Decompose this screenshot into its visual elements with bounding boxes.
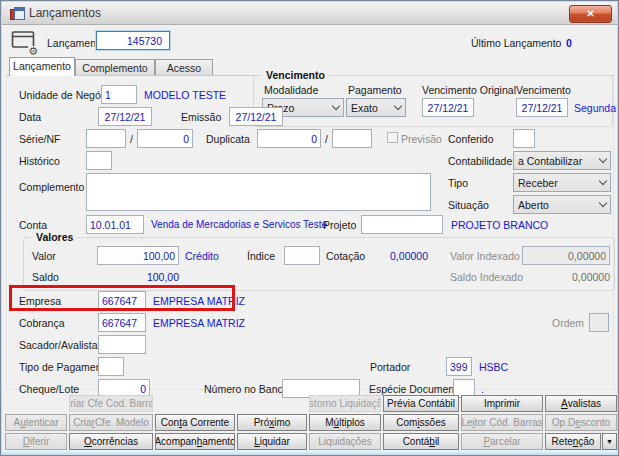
conferido-label: Conferido — [448, 133, 494, 145]
button-ocorrencias[interactable]: Ocorrências — [69, 433, 153, 450]
empty-button-cell — [237, 395, 307, 412]
tab-lancamento[interactable]: Lançamento — [9, 57, 75, 76]
portador-input[interactable] — [446, 357, 472, 376]
app-icon — [10, 7, 24, 19]
emissao-input[interactable] — [229, 107, 283, 126]
vencimento-group: Vencimento Modalidade Pagamento Vencimen… — [253, 75, 613, 127]
conferido-input[interactable] — [513, 129, 535, 148]
button-acompanhamento[interactable]: Acompanhamento — [155, 433, 235, 450]
especie-documento-suffix: . — [481, 383, 484, 395]
vencimento-label: Vencimento — [516, 84, 571, 96]
indice-input[interactable] — [284, 246, 320, 265]
duplicata-input[interactable] — [257, 129, 321, 148]
window-title: Lançamentos — [29, 6, 101, 20]
previsao-checkbox[interactable] — [387, 132, 398, 143]
conta-info: Venda de Mercadorias e Servicos Teste — [151, 219, 327, 230]
tab-complemento[interactable]: Complemento — [75, 59, 155, 76]
vencimento-input[interactable] — [516, 98, 568, 117]
button-avalistas[interactable]: Avalistas — [545, 395, 617, 412]
contabilidade-dropdown[interactable]: a Contabilizar — [513, 151, 611, 170]
serie-nf-separator: / — [130, 133, 133, 145]
button-liquidar[interactable]: Liquidar — [237, 433, 307, 450]
button-leitor-cod-barras: Leitor Cód. Barras — [461, 414, 543, 431]
retencao-dropdown-arrow-button[interactable]: ▼ — [602, 433, 617, 450]
duplicata-separator: / — [325, 133, 328, 145]
empresa-label: Empresa — [19, 295, 61, 307]
ultimo-lancamento-value: 0 — [566, 37, 572, 49]
chevron-down-icon — [595, 196, 610, 213]
close-button[interactable]: ✕ — [569, 5, 612, 23]
pagamento-dropdown[interactable]: Exato — [346, 98, 406, 117]
numero-banco-label: Número no Banco — [204, 383, 289, 395]
button-proximo[interactable]: Próximo — [237, 414, 307, 431]
pagamento-value: Exato — [351, 102, 378, 114]
vencimento-group-title: Vencimento — [262, 69, 329, 81]
cotacao-value: 0,00000 — [360, 250, 428, 262]
historico-label: Histórico — [19, 155, 60, 167]
complemento-textarea[interactable] — [86, 173, 431, 211]
button-comissoes[interactable]: Comissões — [383, 414, 459, 431]
cobranca-info: EMPRESA MATRIZ — [153, 317, 245, 329]
lancamento-number-input[interactable] — [96, 31, 170, 50]
tab-acesso[interactable]: Acesso — [155, 59, 213, 76]
button-contabil[interactable]: Contábil — [383, 433, 459, 450]
duplicata-parcela-input[interactable] — [332, 129, 372, 148]
valor-input[interactable] — [97, 246, 179, 265]
tipo-pagamento-input[interactable] — [98, 357, 124, 376]
pagamento-label: Pagamento — [348, 84, 402, 96]
button-imprimir[interactable]: Imprimir — [461, 395, 543, 412]
situacao-dropdown[interactable]: Aberto — [513, 195, 611, 214]
valores-group: Valores Valor Crédito Índice Cotação 0,0… — [23, 237, 615, 291]
contabilidade-label: Contabilidade — [448, 155, 512, 167]
data-input[interactable] — [98, 107, 152, 126]
valores-group-title: Valores — [32, 231, 77, 243]
button-estorno-liquidacao: Estorno Liquidação — [309, 395, 381, 412]
historico-input[interactable] — [86, 151, 112, 170]
button-multiplos[interactable]: Múltiplos — [309, 414, 381, 431]
cheque-lote-label: Cheque/Lote — [19, 383, 79, 395]
valor-credito-info: Crédito — [185, 250, 219, 262]
button-parcelar: Parcelar — [461, 433, 543, 450]
conta-input[interactable] — [86, 215, 144, 234]
chevron-down-icon — [595, 174, 610, 191]
button-retencao[interactable]: Retenção — [545, 433, 601, 450]
chevron-down-icon — [390, 99, 405, 116]
indice-label: Índice — [247, 250, 275, 262]
button-previa-contabil[interactable]: Prévia Contábil — [383, 395, 459, 412]
tipo-value: Receber — [518, 177, 558, 189]
saldo-indexado-label: Saldo Indexado — [450, 271, 523, 283]
window-bottom-glow — [2, 450, 617, 454]
especie-documento-label: Espécie Documento — [369, 383, 463, 395]
vencimento-original-label: Vencimento Original — [422, 84, 516, 96]
serie-nf-serie-input[interactable] — [86, 129, 126, 148]
tipo-dropdown[interactable]: Receber — [513, 173, 611, 192]
contabilidade-value: a Contabilizar — [518, 155, 582, 167]
button-criar-cfe-cod-barras: Criar Cfe Cod. Barras — [69, 395, 153, 412]
close-icon: ✕ — [586, 8, 594, 19]
saldo-value: 100,00 — [97, 271, 179, 283]
unidade-negocio-label: Unidade de Negócio — [19, 89, 114, 101]
empresa-input[interactable] — [98, 291, 146, 310]
button-autenticar: Autenticar — [5, 414, 67, 431]
previsao-label: Previsão — [401, 133, 442, 145]
cobranca-input[interactable] — [98, 313, 146, 332]
sacador-avalista-input[interactable] — [98, 335, 146, 354]
button-liquidacoes: Liquidações — [309, 433, 381, 450]
unidade-negocio-info: MODELO TESTE — [144, 89, 226, 101]
button-conta-corrente[interactable]: Conta Corrente — [155, 414, 235, 431]
ordem-input — [589, 313, 609, 332]
retencao-split-button: Retenção▼ — [545, 433, 617, 450]
portador-info: HSBC — [479, 361, 508, 373]
title-bar: Lançamentos ✕ — [2, 2, 617, 25]
situacao-value: Aberto — [518, 199, 549, 211]
empty-button-cell — [5, 395, 67, 412]
projeto-info: PROJETO BRANCO — [451, 219, 548, 231]
launch-form-icon: ⚙ — [11, 30, 37, 54]
serie-nf-label: Série/NF — [19, 133, 60, 145]
vencimento-original-input[interactable] — [422, 98, 474, 117]
unidade-negocio-input[interactable] — [101, 85, 137, 104]
projeto-input[interactable] — [361, 215, 443, 234]
serie-nf-numero-input[interactable] — [137, 129, 193, 148]
modalidade-label: Modalidade — [264, 84, 318, 96]
valor-indexado-label: Valor Indexado — [450, 250, 520, 262]
